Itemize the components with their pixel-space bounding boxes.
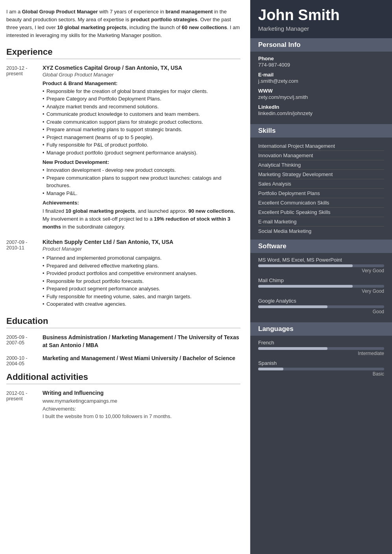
lang-label-1: Intermediate [258, 351, 384, 356]
linkedin-value: linkedin.com/in/johnzety [258, 110, 384, 116]
lang-bar-bg-1 [258, 347, 384, 350]
phone-label: Phone [258, 56, 384, 61]
software-bar-fill-1 [258, 264, 353, 267]
exp-company-1: XYZ Cosmetics Capital Group / San Antoni… [43, 65, 240, 71]
software-label-2: Very Good [258, 288, 384, 294]
additional-section-title: Additional activities [6, 372, 240, 384]
exp-bullets-brand: Responsible for the creation of global b… [43, 87, 240, 157]
email-value: j.smith@zety.com [258, 78, 384, 84]
software-name-3: Google Analytics [258, 298, 384, 304]
bullet-item: Prepare communication plans to support n… [43, 174, 240, 190]
software-label-1: Very Good [258, 268, 384, 273]
lang-bar-fill-2 [258, 368, 283, 370]
software-bar-fill-2 [258, 285, 353, 288]
software-section-title: Software [250, 240, 392, 253]
exp-bullets-2: Planned and implemented promotional camp… [43, 254, 240, 308]
exp-subsection-npd: New Product Development: [43, 159, 240, 165]
edu-degree-2: Marketing and Management / West Miami Un… [43, 355, 240, 363]
bullet-item: Cooperated with creative agencies. [43, 300, 240, 308]
edu-degree-1: Business Administration / Marketing Mana… [43, 334, 240, 349]
info-email: E-mail j.smith@zety.com [258, 72, 384, 84]
email-label: E-mail [258, 72, 384, 78]
additional-date-1: 2012-01 -present [6, 390, 38, 420]
skill-9: E-mail Marketing [258, 217, 384, 227]
experience-entry-1: 2010-12 -present XYZ Cosmetics Capital G… [6, 65, 240, 231]
additional-detail-achievements-text: I built the website from 0 to 10,000 fol… [43, 413, 240, 420]
additional-detail-achievements-label: Achievements: [43, 405, 240, 413]
bullet-item: Responsible for product portfolio foreca… [43, 277, 240, 285]
languages-section-title: Languages [250, 322, 392, 336]
bullet-item: Fully responsible for meeting volume, sa… [43, 293, 240, 301]
lang-name-2: Spanish [258, 360, 384, 366]
lang-bar-bg-2 [258, 368, 384, 370]
candidate-name: John Smith [258, 7, 384, 24]
bullet-item: Prepared product segment performance ana… [43, 285, 240, 293]
edu-content-2: Marketing and Management / West Miami Un… [43, 355, 240, 366]
skill-2: Innovation Management [258, 151, 384, 160]
bullet-item: Project management (teams of up to 5 peo… [43, 134, 240, 141]
software-name-2: Mail Chimp [258, 277, 384, 283]
skill-5: Sales Analysis [258, 179, 384, 189]
exp-bullets-npd: Innovation development - develop new pro… [43, 166, 240, 197]
skill-7: Excellent Communication Skills [258, 198, 384, 208]
bullet-item: Communicate product knowledge to custome… [43, 110, 240, 118]
bullet-item: Manage product portfolio (product segmen… [43, 149, 240, 157]
bullet-item: Planned and implemented promotional camp… [43, 254, 240, 262]
education-section-title: Education [6, 316, 240, 328]
lang-bar-fill-1 [258, 347, 327, 350]
skill-10: Social Media Marketing [258, 227, 384, 236]
software-body: MS Word, MS Excel, MS PowerPoint Very Go… [250, 257, 392, 322]
bullet-item: Create communication support plans for s… [43, 118, 240, 126]
info-www: WWW zety.com/mycv/j.smith [258, 88, 384, 100]
left-column: I am a Global Group Product Manager with… [0, 0, 250, 554]
exp-subsection-achievements: Achievements: [43, 200, 240, 206]
languages-body: French Intermediate Spanish Basic [250, 340, 392, 385]
exp-content-2: Kitchen Supply Center Ltd / San Antonio,… [43, 239, 240, 308]
language-1: French Intermediate [258, 340, 384, 356]
exp-date-1: 2010-12 -present [6, 65, 38, 231]
skill-1: International Project Management [258, 141, 384, 151]
software-2: Mail Chimp Very Good [258, 277, 384, 294]
linkedin-label: LinkedIn [258, 104, 384, 110]
software-3: Google Analytics Good [258, 298, 384, 314]
software-name-1: MS Word, MS Excel, MS PowerPoint [258, 257, 384, 263]
right-column: John Smith Marketing Manager Personal In… [250, 0, 392, 554]
software-bar-fill-3 [258, 305, 327, 308]
candidate-job-title: Marketing Manager [258, 25, 384, 32]
bullet-item: Fully responsible for P&L of product por… [43, 141, 240, 149]
info-phone: Phone 774-987-4009 [258, 56, 384, 68]
software-bar-bg-1 [258, 264, 384, 267]
lang-label-2: Basic [258, 371, 384, 377]
edu-content-1: Business Administration / Marketing Mana… [43, 334, 240, 349]
education-entry-1: 2005-09 -2007-05 Business Administration… [6, 334, 240, 349]
skill-6: Portfolio Deployment Plans [258, 189, 384, 198]
bullet-item: Provided product portfolios and competit… [43, 270, 240, 277]
edu-date-2: 2000-10 -2004-05 [6, 355, 38, 366]
additional-title-1: Writing and Influencing [43, 390, 240, 396]
bullet-item: Innovation development - develop new pro… [43, 166, 240, 174]
skills-body: International Project Management Innovat… [250, 141, 392, 240]
info-linkedin: LinkedIn linkedin.com/in/johnzety [258, 104, 384, 116]
bullet-item: Prepare Category and Portfolio Deploymen… [43, 95, 240, 103]
skill-4: Marketing Strategy Development [258, 170, 384, 179]
personal-info-section-title: Personal Info [250, 38, 392, 52]
lang-name-1: French [258, 340, 384, 346]
additional-content-1: Writing and Influencing www.mymarketingc… [43, 390, 240, 420]
additional-entry-1: 2012-01 -present Writing and Influencing… [6, 390, 240, 420]
education-entry-2: 2000-10 -2004-05 Marketing and Managemen… [6, 355, 240, 366]
software-bar-bg-3 [258, 305, 384, 308]
skills-section-title: Skills [250, 124, 392, 138]
bullet-item: Responsible for the creation of global b… [43, 87, 240, 95]
exp-role-1: Global Group Product Manager [43, 72, 240, 78]
additional-detail-url: www.mymarketingcampaings.me [43, 397, 240, 405]
exp-date-2: 2007-09 -2010-11 [6, 239, 38, 308]
software-label-3: Good [258, 309, 384, 314]
skill-3: Analytical Thinking [258, 160, 384, 170]
phone-value: 774-987-4009 [258, 62, 384, 68]
intro-paragraph: I am a Global Group Product Manager with… [6, 8, 240, 40]
software-1: MS Word, MS Excel, MS PowerPoint Very Go… [258, 257, 384, 273]
skill-8: Excellent Public Speaking Skills [258, 208, 384, 217]
www-value: zety.com/mycv/j.smith [258, 94, 384, 100]
exp-subsection-brand: Product & Brand Management: [43, 80, 240, 86]
experience-section-title: Experience [6, 47, 240, 59]
